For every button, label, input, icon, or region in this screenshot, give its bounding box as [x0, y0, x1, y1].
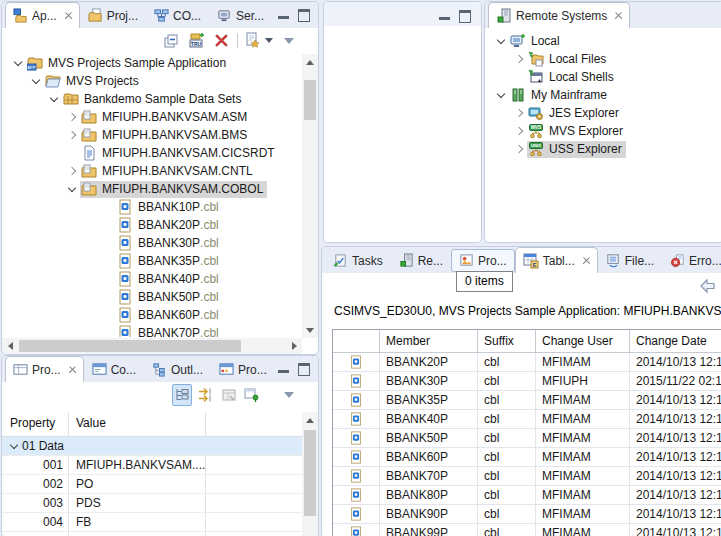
minimize-icon[interactable]	[439, 13, 450, 20]
maximize-icon[interactable]	[459, 10, 471, 23]
close-icon[interactable]	[582, 256, 590, 265]
tab-outline[interactable]: Outl...	[144, 356, 211, 382]
view-menu-button[interactable]	[280, 31, 298, 51]
table-row[interactable]: BBANK40P cbl MFIMAM 2014/10/13 12:17:00	[333, 410, 721, 429]
table-row[interactable]: BBANK60P cbl MFIMAM 2014/10/13 12:17:02	[333, 448, 721, 467]
tree-item-my-mainframe[interactable]: My Mainframe	[487, 86, 721, 104]
table-row[interactable]: BBANK35P cbl MFIMAM 2014/10/13 12:16:59	[333, 391, 721, 410]
chevron-right-icon[interactable]	[511, 56, 527, 62]
tab-cobol-explorer[interactable]: CO...	[146, 2, 209, 28]
tree-item-dataset-asm[interactable]: MFIUPH.BANKVSAM.ASM	[4, 108, 301, 126]
tab-console[interactable]: Co...	[84, 356, 144, 382]
tree-item-local-files[interactable]: Local Files	[487, 50, 721, 68]
column-header-property[interactable]: Property	[10, 416, 55, 430]
tab-servers[interactable]: Ser...	[209, 2, 272, 28]
tree-item-cbl-file[interactable]: BBANK35P.cbl	[4, 252, 301, 270]
minimize-icon[interactable]	[278, 366, 289, 373]
column-header-change-user[interactable]: Change User	[536, 330, 630, 352]
vertical-scrollbar[interactable]	[302, 412, 318, 536]
scrollbar-thumb[interactable]	[304, 80, 316, 120]
tab-table-view[interactable]: E Tabl...	[515, 247, 598, 273]
show-categories-button[interactable]	[172, 384, 192, 406]
chevron-down-icon[interactable]	[493, 40, 509, 43]
close-icon[interactable]	[64, 11, 72, 20]
tab-remote-systems-details[interactable]: Re...	[391, 247, 451, 273]
column-header-suffix[interactable]: Suffix	[478, 330, 536, 352]
tree-item-dataset-bms[interactable]: MFIUPH.BANKVSAM.BMS	[4, 126, 301, 144]
tree-item-cbl-file[interactable]: BBANK40P.cbl	[4, 270, 301, 288]
tab-properties[interactable]: Pro...	[5, 356, 84, 382]
open-with-button[interactable]	[245, 31, 273, 51]
back-arrow-icon[interactable]	[699, 278, 717, 294]
chevron-right-icon[interactable]	[64, 132, 80, 138]
scroll-up-arrow[interactable]	[302, 54, 318, 70]
tree-item-cbl-file[interactable]: BBANK30P.cbl	[4, 234, 301, 252]
chevron-down-icon[interactable]	[46, 98, 62, 101]
column-header-icon[interactable]	[333, 330, 380, 352]
maximize-icon[interactable]	[298, 9, 310, 22]
scroll-up-arrow[interactable]	[302, 412, 318, 428]
table-row[interactable]: BBANK30P cbl MFIUPH 2015/11/22 02:15:17	[333, 372, 721, 391]
delete-button[interactable]	[212, 31, 230, 51]
chevron-right-icon[interactable]	[511, 128, 527, 134]
tab-project-explorer[interactable]: Proj...	[80, 2, 146, 28]
tree-item-jes-explorer[interactable]: JES Explorer	[487, 104, 721, 122]
tab-error-list[interactable]: Erro...	[662, 247, 721, 273]
table-row[interactable]: BBANK90P cbl MFIMAM 2014/10/13 12:17:04	[333, 505, 721, 524]
table-row[interactable]: BBANK70P cbl MFIMAM 2014/10/13 12:17:02	[333, 467, 721, 486]
restore-value-button[interactable]	[220, 385, 238, 405]
view-menu-button[interactable]	[280, 385, 298, 405]
property-row[interactable]: 001 MFIUPH.BANKVSAM....	[2, 456, 302, 475]
scroll-down-arrow[interactable]	[302, 322, 318, 338]
scrollbar-thumb[interactable]	[304, 430, 316, 516]
chevron-right-icon[interactable]	[64, 114, 80, 120]
property-row[interactable]: 003 PDS	[2, 494, 302, 513]
chevron-down-icon[interactable]	[6, 445, 22, 448]
tree-item-cbl-file[interactable]: BBANK20P.cbl	[4, 216, 301, 234]
tree-item-local-shells[interactable]: Local Shells	[487, 68, 721, 86]
column-header-value[interactable]: Value	[76, 416, 106, 430]
tree-item-mvs-projects[interactable]: MVS Projects	[4, 72, 301, 90]
tree-item-dataset-cobol[interactable]: MFIUPH.BANKVSAM.COBOL	[4, 180, 301, 198]
tree-item-local[interactable]: Local	[487, 32, 721, 50]
tab-tasks[interactable]: Tasks	[325, 247, 391, 273]
collapse-all-button[interactable]	[162, 31, 180, 51]
tree-item-dataset-cicsrdt[interactable]: MFIUPH.BANKVSAM.CICSRDT	[4, 144, 301, 162]
chevron-down-icon[interactable]	[28, 80, 44, 83]
property-row[interactable]: 005 80	[2, 532, 302, 536]
tree-item-application[interactable]: APPMVS Projects Sample Application	[4, 54, 301, 72]
minimize-icon[interactable]	[278, 12, 289, 19]
tab-filters[interactable]: File...	[598, 247, 662, 273]
tab-problems[interactable]: Pro...	[211, 356, 275, 382]
property-group-row[interactable]: 01 Data	[2, 437, 302, 456]
tab-application-explorer[interactable]: Ap...	[5, 2, 80, 28]
tab-properties-view[interactable]: Pro...	[451, 249, 515, 272]
table-row[interactable]: BBANK80P cbl MFIMAM 2014/10/13 12:17:03	[333, 486, 721, 505]
table-row[interactable]: BBANK50P cbl MFIMAM 2014/10/13 12:17:01	[333, 429, 721, 448]
chevron-right-icon[interactable]	[511, 110, 527, 116]
table-row[interactable]: BBANK99P cbl MFIMAM 2014/10/13 12:17:05	[333, 524, 721, 536]
tree-item-cbl-file[interactable]: BBANK60P.cbl	[4, 306, 301, 324]
tree-item-uss-explorer[interactable]: UNIXUSS Explorer	[487, 140, 721, 158]
tree-item-cbl-file[interactable]: BBANK70P.cbl	[4, 324, 301, 337]
tree-item-dataset-cntl[interactable]: MFIUPH.BANKVSAM.CNTL	[4, 162, 301, 180]
column-header-member[interactable]: Member	[380, 330, 478, 352]
chevron-right-icon[interactable]	[64, 168, 80, 174]
scroll-left-arrow[interactable]	[2, 338, 18, 354]
chevron-right-icon[interactable]	[511, 146, 527, 152]
chevron-down-icon[interactable]	[10, 62, 26, 65]
tab-remote-systems[interactable]: Remote Systems	[488, 2, 630, 28]
tree-item-cbl-file[interactable]: BBANK50P.cbl	[4, 288, 301, 306]
turnover-button[interactable]: TRU	[187, 31, 205, 51]
scrollbar-thumb[interactable]	[19, 340, 241, 352]
chevron-down-icon[interactable]	[493, 94, 509, 97]
close-icon[interactable]	[614, 11, 622, 20]
horizontal-scrollbar[interactable]	[2, 338, 302, 354]
chevron-down-icon[interactable]	[64, 188, 80, 191]
tree-item-mvs-explorer[interactable]: MVSMVS Explorer	[487, 122, 721, 140]
table-row[interactable]: BBANK20P cbl MFIMAM 2014/10/13 12:16:58	[333, 353, 721, 372]
tree-item-bankdemo-data-sets[interactable]: Bankdemo Sample Data Sets	[4, 90, 301, 108]
vertical-scrollbar[interactable]	[302, 54, 318, 338]
property-row[interactable]: 004 FB	[2, 513, 302, 532]
show-advanced-button[interactable]	[197, 385, 215, 405]
